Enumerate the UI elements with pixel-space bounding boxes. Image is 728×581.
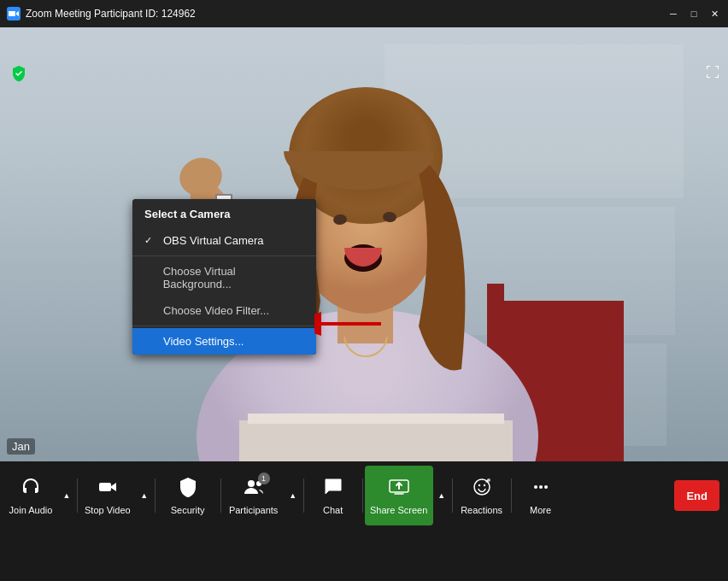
red-arrow-indicator <box>314 312 383 336</box>
maximize-button[interactable]: □ <box>687 7 701 21</box>
participants-label: Participants <box>229 505 278 515</box>
security-button[interactable]: Security <box>157 466 219 525</box>
share-screen-caret[interactable]: ▲ <box>433 466 450 525</box>
camera-context-menu: Select a Camera ✓ OBS Virtual Camera Cho… <box>132 199 316 355</box>
svg-point-12 <box>539 485 543 489</box>
separator-3 <box>220 478 221 513</box>
close-button[interactable]: ✕ <box>707 7 721 21</box>
stop-video-caret[interactable]: ▲ <box>136 466 153 525</box>
menu-divider-2 <box>132 326 316 326</box>
security-shield-icon <box>177 476 199 502</box>
svg-point-8 <box>478 484 479 486</box>
video-area: Jan Select a Camera ✓ OBS Virtual Camera… <box>0 27 728 461</box>
menu-item-virtual-bg-label: Choose Virtual Background... <box>163 265 304 290</box>
security-label: Security <box>171 505 205 515</box>
reactions-button[interactable]: Reactions <box>455 466 509 525</box>
menu-item-obs-virtual[interactable]: ✓ OBS Virtual Camera <box>132 227 316 254</box>
minimize-button[interactable]: ─ <box>666 7 680 21</box>
context-menu-title: Select a Camera <box>132 199 316 227</box>
svg-point-13 <box>544 485 548 489</box>
svg-point-7 <box>474 479 490 495</box>
separator-1 <box>77 478 78 513</box>
separator-6 <box>452 478 453 513</box>
share-screen-button[interactable]: Share Screen <box>365 466 433 525</box>
join-audio-label: Join Audio <box>9 505 53 515</box>
join-audio-button[interactable]: Join Audio <box>3 466 58 525</box>
participants-icon: 1 <box>243 476 265 502</box>
svg-rect-3 <box>99 483 111 491</box>
more-label: More <box>530 505 551 515</box>
window-controls: ─ □ ✕ <box>666 7 721 21</box>
menu-item-video-settings[interactable]: Video Settings... <box>132 328 316 355</box>
more-icon <box>530 476 552 502</box>
chat-label: Chat <box>323 505 343 515</box>
svg-point-11 <box>534 485 537 489</box>
reactions-icon <box>471 476 493 502</box>
more-button[interactable]: More <box>514 466 568 525</box>
title-bar: Zoom Meeting Participant ID: 124962 ─ □ … <box>0 0 728 27</box>
checkmark-icon: ✓ <box>144 235 156 246</box>
toolbar: Join Audio ▲ Stop Video ▲ Security <box>0 461 728 530</box>
chat-button[interactable]: Chat <box>306 466 361 525</box>
separator-7 <box>511 478 512 513</box>
menu-item-video-settings-label: Video Settings... <box>163 335 244 348</box>
menu-item-video-filter[interactable]: Choose Video Filter... <box>132 297 316 324</box>
zoom-logo <box>7 7 21 21</box>
participants-count: 1 <box>258 472 270 484</box>
stop-video-button[interactable]: Stop Video <box>79 466 136 525</box>
reactions-label: Reactions <box>461 505 502 515</box>
share-screen-label: Share Screen <box>370 505 427 515</box>
fullscreen-button[interactable] <box>706 65 719 82</box>
menu-item-obs-label: OBS Virtual Camera <box>163 234 264 247</box>
headphone-icon <box>20 476 42 502</box>
camera-icon <box>97 476 119 502</box>
end-button[interactable]: End <box>674 480 719 511</box>
svg-point-4 <box>248 480 255 487</box>
menu-divider-1 <box>132 255 316 256</box>
separator-2 <box>155 478 156 513</box>
svg-point-10 <box>487 478 490 482</box>
svg-point-9 <box>483 484 484 486</box>
separator-5 <box>362 478 363 513</box>
stop-video-label: Stop Video <box>85 505 131 515</box>
join-audio-caret[interactable]: ▲ <box>58 466 75 525</box>
share-screen-icon <box>388 476 410 502</box>
chat-icon <box>322 476 344 502</box>
participants-button[interactable]: 1 Participants <box>223 466 285 525</box>
video-canvas <box>0 27 728 461</box>
participant-name: Jan <box>7 438 35 455</box>
menu-item-virtual-bg[interactable]: Choose Virtual Background... <box>132 258 316 297</box>
participants-caret[interactable]: ▲ <box>285 466 302 525</box>
window-title: Zoom Meeting Participant ID: 124962 <box>26 8 666 20</box>
menu-item-video-filter-label: Choose Video Filter... <box>163 304 269 317</box>
shield-badge <box>10 65 27 85</box>
separator-4 <box>303 478 304 513</box>
